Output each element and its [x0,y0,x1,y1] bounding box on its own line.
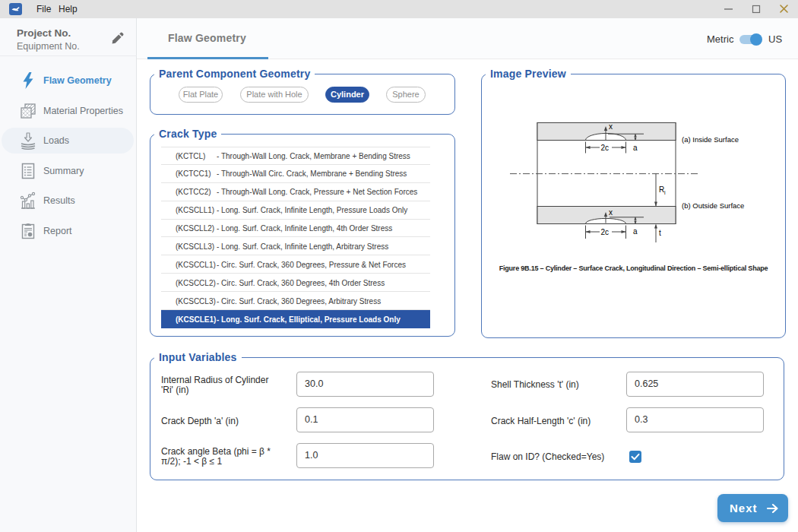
svg-text:2c: 2c [601,228,610,236]
svg-text:2c: 2c [601,144,610,152]
svg-text:(b) Outside Surface: (b) Outside Surface [682,201,744,210]
svg-text:t: t [659,229,661,237]
svg-text:x: x [609,122,613,131]
svg-text:a: a [633,227,638,236]
svg-text:(a) Inside Surface: (a) Inside Surface [682,135,739,144]
svg-text:a: a [633,144,638,152]
svg-text:x: x [609,208,613,217]
